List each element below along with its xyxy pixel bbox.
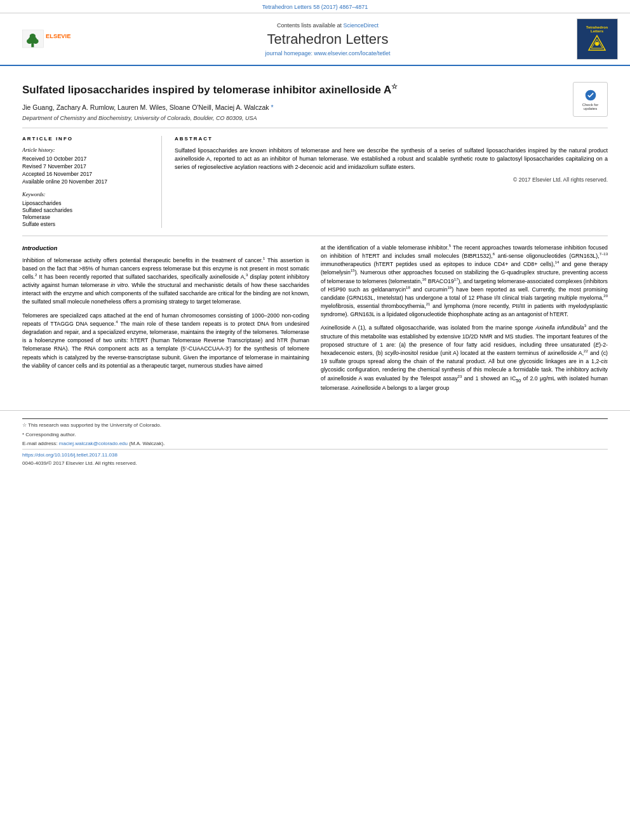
article-info-label: ARTICLE INFO <box>22 136 152 142</box>
keyword-1: Liposaccharides <box>22 200 152 206</box>
homepage-url[interactable]: www.elsevier.com/locate/tetlet <box>314 50 391 57</box>
email-footnote: E-mail address: maciej.walczak@colorado.… <box>22 440 608 447</box>
footer-area: ☆ This research was supported by the Uni… <box>0 410 630 471</box>
body-columns: Introduction Inhibition of telomerase ac… <box>22 244 608 398</box>
footer-rule <box>22 418 608 419</box>
article-star: ☆ <box>391 83 398 90</box>
keyword-3: Telomerase <box>22 214 152 220</box>
svg-point-9 <box>595 42 599 46</box>
footnote-1: ☆ This research was supported by the Uni… <box>22 422 608 429</box>
journal-top-bar: Tetrahedron Letters 58 (2017) 4867–4871 <box>0 0 630 13</box>
keywords-label: Keywords: <box>22 191 152 197</box>
footer-thin-rule <box>22 449 608 450</box>
journal-logo-box: TetrahedronLetters <box>577 18 618 60</box>
intro-heading: Introduction <box>22 244 309 253</box>
article-title-block: Sulfated liposaccharides inspired by tel… <box>22 82 573 121</box>
article-authors: Jie Guang, Zachary A. Rumlow, Lauren M. … <box>22 103 563 111</box>
article-info-col: ARTICLE INFO Article history: Received 1… <box>22 136 162 228</box>
available-date: Available online 20 November 2017 <box>22 178 152 185</box>
accepted-date: Accepted 16 November 2017 <box>22 171 152 177</box>
doi-link: https://doi.org/10.1016/j.tetlet.2017.11… <box>22 451 608 458</box>
keyword-4: Sulfate esters <box>22 221 152 227</box>
elsevier-logo: ELSEVIER <box>20 27 71 52</box>
article-affiliation: Department of Chemistry and Biochemistry… <box>22 115 563 121</box>
svg-point-4 <box>32 39 38 44</box>
check-updates-icon <box>584 89 597 102</box>
contents-line: Contents lists available at ScienceDirec… <box>277 22 379 29</box>
body-para-2: Telomeres are specialized caps attached … <box>22 312 309 370</box>
check-updates-badge: Check forupdates <box>573 82 608 117</box>
abstract-col: ABSTRACT Sulfated liposaccharides are kn… <box>175 136 608 228</box>
body-col-left: Introduction Inhibition of telomerase ac… <box>22 244 309 398</box>
journal-title: Tetrahedron Letters <box>267 31 389 48</box>
sciencedirect-link[interactable]: ScienceDirect <box>344 22 379 29</box>
received-date: Received 10 October 2017 <box>22 156 152 162</box>
journal-header-right: TetrahedronLetters <box>572 18 622 60</box>
article-meta-row: ARTICLE INFO Article history: Received 1… <box>22 128 608 236</box>
article-history-label: Article history: <box>22 147 152 153</box>
article-content: Sulfated liposaccharides inspired by tel… <box>0 66 630 404</box>
article-title-section: Sulfated liposaccharides inspired by tel… <box>22 72 608 128</box>
journal-logo-title: TetrahedronLetters <box>586 25 608 33</box>
journal-citation: Tetrahedron Letters 58 (2017) 4867–4871 <box>262 4 368 10</box>
copyright-line: © 2017 Elsevier Ltd. All rights reserved… <box>175 177 608 183</box>
journal-header-left: ELSEVIER <box>8 18 84 60</box>
journal-header-center: Contents lists available at ScienceDirec… <box>90 18 565 60</box>
body-para-4: Axinelloside A (1), a sulfated oligosacc… <box>321 324 608 392</box>
footer-copyright: 0040-4039/© 2017 Elsevier Ltd. All right… <box>22 460 608 466</box>
journal-homepage: journal homepage: www.elsevier.com/locat… <box>265 50 390 57</box>
journal-logo-icon <box>587 34 607 53</box>
svg-point-5 <box>30 34 36 39</box>
body-col-right: at the identification of a viable telome… <box>321 244 608 398</box>
email-link[interactable]: maciej.walczak@colorado.edu <box>59 441 128 446</box>
page-wrapper: Tetrahedron Letters 58 (2017) 4867–4871 … <box>0 0 630 471</box>
keyword-2: Sulfated saccharides <box>22 207 152 213</box>
check-updates-label: Check forupdates <box>582 103 599 110</box>
abstract-text: Sulfated liposaccharides are known inhib… <box>175 147 608 171</box>
svg-point-3 <box>27 39 32 44</box>
footnote-2: * Corresponding author. <box>22 431 608 438</box>
revised-date: Revised 7 November 2017 <box>22 163 152 170</box>
corresponding-marker: * <box>269 103 274 111</box>
body-para-3: at the identification of a viable telome… <box>321 244 608 319</box>
body-para-1: Inhibition of telomerase activity offers… <box>22 257 309 307</box>
journal-header: ELSEVIER Contents lists available at Sci… <box>0 13 630 66</box>
svg-text:ELSEVIER: ELSEVIER <box>46 33 71 39</box>
article-title: Sulfated liposaccharides inspired by tel… <box>22 82 563 97</box>
abstract-label: ABSTRACT <box>175 136 608 142</box>
doi-text[interactable]: https://doi.org/10.1016/j.tetlet.2017.11… <box>22 452 117 458</box>
